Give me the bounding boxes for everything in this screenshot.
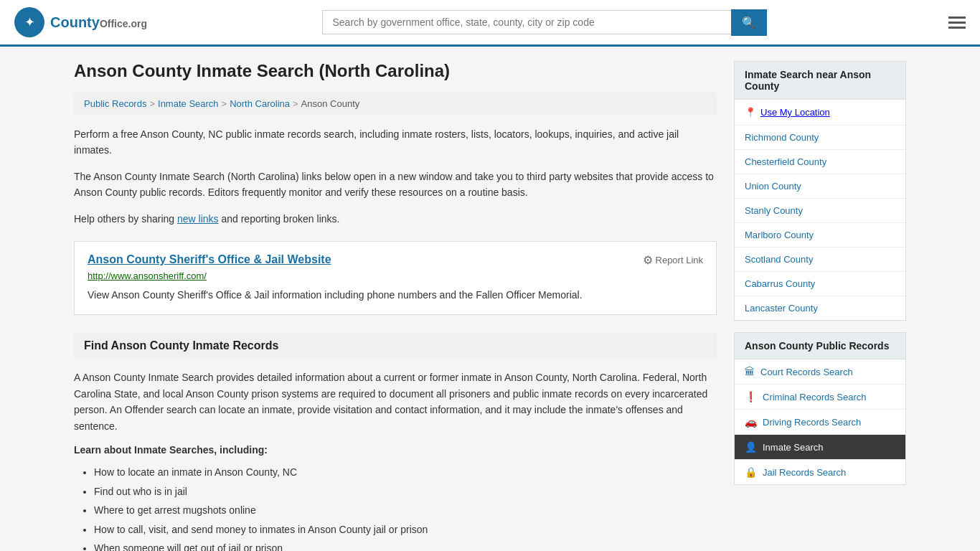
public-record-icon: 🚗: [745, 416, 757, 428]
new-links-link[interactable]: new links: [177, 213, 219, 225]
nearby-county-item[interactable]: Lancaster County: [735, 296, 905, 320]
public-records-items: 🏛Court Records Search❗Criminal Records S…: [735, 359, 905, 484]
public-record-item[interactable]: 👤Inmate Search: [735, 435, 905, 460]
breadcrumb-sep2: >: [222, 98, 227, 109]
resource-card: Anson County Sheriff's Office & Jail Web…: [74, 241, 717, 315]
page-title: Anson County Inmate Search (North Caroli…: [74, 61, 717, 81]
breadcrumb-anson-county: Anson County: [301, 98, 360, 109]
report-link-button[interactable]: ⚙ Report Link: [643, 253, 703, 267]
nearby-county-link[interactable]: Scotland County: [745, 254, 813, 265]
public-record-item[interactable]: 🚗Driving Records Search: [735, 410, 905, 435]
nearby-county-item[interactable]: Marlboro County: [735, 223, 905, 248]
nearby-county-link[interactable]: Marlboro County: [745, 230, 814, 240]
share-text: Help others by sharing new links and rep…: [74, 211, 717, 227]
page-description2: The Anson County Inmate Search (North Ca…: [74, 169, 717, 201]
share-text-before: Help others by sharing: [74, 213, 174, 225]
nearby-county-link[interactable]: Lancaster County: [745, 303, 818, 314]
public-record-item[interactable]: ❗Criminal Records Search: [735, 385, 905, 410]
search-bar: 🔍: [322, 9, 767, 36]
public-records-section: Anson County Public Records 🏛Court Recor…: [734, 332, 906, 485]
public-record-label[interactable]: Jail Records Search: [763, 467, 846, 478]
nearby-county-link[interactable]: Richmond County: [745, 132, 819, 143]
report-icon: ⚙: [643, 253, 653, 267]
public-record-label[interactable]: Court Records Search: [760, 367, 853, 377]
logo-area: ✦ CountyOffice.org: [14, 7, 147, 37]
public-record-icon: 👤: [745, 441, 757, 453]
nearby-county-item[interactable]: Richmond County: [735, 126, 905, 150]
bullet-item: How to call, visit, and send money to in…: [94, 520, 717, 540]
find-records-section-header: Find Anson County Inmate Records: [74, 332, 717, 359]
page-description1: Perform a free Anson County, NC public i…: [74, 126, 717, 159]
find-records-body: A Anson County Inmate Search provides de…: [74, 369, 717, 434]
breadcrumb-sep1: >: [149, 98, 155, 109]
site-header: ✦ CountyOffice.org 🔍: [0, 0, 980, 47]
nearby-county-link[interactable]: Stanly County: [745, 205, 803, 216]
bullet-item: Where to get arrest mugshots online: [94, 501, 717, 520]
public-record-item[interactable]: 🏛Court Records Search: [735, 359, 905, 385]
breadcrumb-sep3: >: [293, 98, 298, 109]
public-record-label[interactable]: Criminal Records Search: [763, 392, 867, 402]
main-content: Anson County Inmate Search (North Caroli…: [74, 61, 717, 551]
bullet-item: How to locate an inmate in Anson County,…: [94, 463, 717, 482]
nearby-county-item[interactable]: Union County: [735, 174, 905, 199]
nearby-county-item[interactable]: Scotland County: [735, 248, 905, 272]
logo-office: Office.org: [100, 18, 147, 29]
learn-subheading: Learn about Inmate Searches, including:: [74, 444, 717, 456]
share-text-after: and reporting broken links.: [221, 213, 339, 225]
resource-url[interactable]: http://www.ansonsheriff.com/: [88, 270, 703, 281]
public-record-icon: 🔒: [745, 466, 757, 478]
sidebar: Inmate Search near Anson County 📍 Use My…: [734, 61, 906, 551]
bullet-item: Find out who is in jail: [94, 482, 717, 501]
breadcrumb: Public Records > Inmate Search > North C…: [74, 93, 717, 115]
public-record-icon: ❗: [745, 391, 757, 402]
public-record-item[interactable]: 🔒Jail Records Search: [735, 460, 905, 484]
logo-icon: ✦: [14, 7, 44, 37]
use-location-link[interactable]: Use My Location: [760, 107, 830, 118]
nearby-county-item[interactable]: Stanly County: [735, 199, 905, 223]
public-record-label[interactable]: Driving Records Search: [763, 417, 861, 428]
nearby-county-link[interactable]: Cabarrus County: [745, 278, 815, 289]
bullet-item: When someone will get out of jail or pri…: [94, 539, 717, 551]
search-input[interactable]: [322, 10, 731, 34]
search-button[interactable]: 🔍: [731, 9, 767, 36]
nearby-counties-list: Richmond CountyChesterfield CountyUnion …: [735, 126, 905, 320]
public-record-label[interactable]: Inmate Search: [763, 442, 824, 453]
nearby-county-item[interactable]: Cabarrus County: [735, 272, 905, 296]
nearby-county-link[interactable]: Chesterfield County: [745, 156, 826, 167]
report-link-label: Report Link: [656, 255, 703, 265]
resource-description: View Anson County Sheriff's Office & Jai…: [88, 287, 703, 303]
nearby-county-item[interactable]: Chesterfield County: [735, 150, 905, 174]
find-records-heading: Find Anson County Inmate Records: [84, 339, 707, 352]
nearby-county-link[interactable]: Union County: [745, 181, 801, 192]
breadcrumb-inmate-search[interactable]: Inmate Search: [158, 98, 219, 109]
use-my-location[interactable]: 📍 Use My Location: [735, 100, 905, 126]
public-record-icon: 🏛: [745, 366, 755, 377]
menu-button[interactable]: [948, 17, 966, 29]
logo-county: County: [50, 14, 100, 30]
location-pin-icon: 📍: [745, 107, 756, 118]
breadcrumb-public-records[interactable]: Public Records: [84, 98, 146, 109]
public-records-header: Anson County Public Records: [735, 333, 905, 359]
logo-text: CountyOffice.org: [50, 14, 147, 31]
resource-title[interactable]: Anson County Sheriff's Office & Jail Web…: [88, 253, 331, 266]
nearby-inmate-search-section: Inmate Search near Anson County 📍 Use My…: [734, 61, 906, 321]
nearby-section-header: Inmate Search near Anson County: [735, 62, 905, 100]
bullet-list: How to locate an inmate in Anson County,…: [74, 463, 717, 551]
breadcrumb-north-carolina[interactable]: North Carolina: [230, 98, 290, 109]
